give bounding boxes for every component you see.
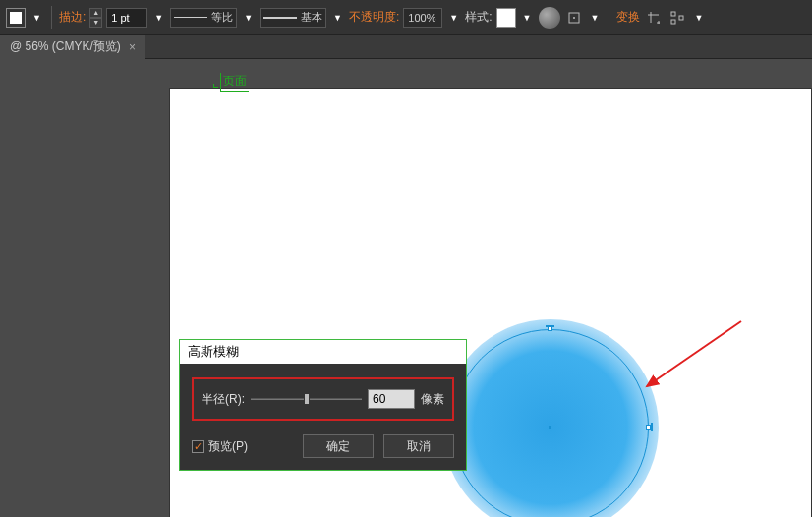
crop-icon[interactable] — [644, 8, 664, 28]
dialog-buttons: ✓ 预览(P) 确定 取消 — [192, 434, 454, 458]
page-corner-mark — [209, 83, 219, 92]
slider-thumb[interactable] — [304, 393, 310, 405]
dialog-title[interactable]: 高斯模糊 — [180, 340, 466, 364]
svg-rect-2 — [671, 12, 675, 16]
radius-control-row: 半径(R): 像素 — [192, 377, 454, 421]
gaussian-blur-dialog: 高斯模糊 半径(R): 像素 ✓ 预览(P) 确定 取消 — [179, 339, 467, 471]
dash-style-value: 等比 — [211, 10, 233, 25]
style-dropdown[interactable]: ▼ — [520, 13, 535, 23]
transform-label: 变换 — [616, 9, 640, 26]
brush-style-select[interactable]: 基本 — [260, 8, 326, 28]
tab-close-icon[interactable]: × — [129, 40, 136, 54]
stroke-label: 描边: — [59, 9, 86, 26]
top-toolbar: ▼ 描边: ▲▼ ▼ 等比 ▼ 基本 ▼ 不透明度: ▼ 样式: ▼ ▼ 变换 … — [0, 0, 812, 35]
selection-outline — [452, 329, 649, 517]
document-tab-bar: @ 56% (CMYK/预览) × — [0, 35, 812, 59]
preview-label: 预览(P) — [208, 438, 248, 455]
graphic-style-swatch[interactable] — [496, 8, 516, 28]
direction-handle — [546, 325, 554, 327]
radius-label: 半径(R): — [202, 391, 245, 408]
fill-dropdown[interactable]: ▼ — [29, 13, 44, 23]
radius-input[interactable] — [368, 389, 415, 409]
opacity-dropdown[interactable]: ▼ — [446, 13, 461, 23]
preview-checkbox[interactable]: ✓ — [192, 440, 204, 453]
svg-point-1 — [573, 17, 575, 19]
dash-style-select[interactable]: 等比 — [170, 8, 237, 28]
svg-rect-3 — [671, 20, 675, 24]
stroke-dropdown[interactable]: ▼ — [151, 13, 166, 23]
preview-checkbox-wrap[interactable]: ✓ 预览(P) — [192, 438, 248, 455]
stroke-width-input[interactable] — [106, 8, 147, 28]
stroke-stepper[interactable]: ▲▼ — [89, 8, 102, 28]
style-label: 样式: — [465, 9, 492, 26]
select-similar-icon[interactable] — [667, 8, 687, 28]
page-label: 页面 — [220, 73, 249, 92]
selection-center[interactable] — [549, 426, 551, 429]
recolor-icon[interactable] — [539, 7, 560, 29]
opacity-input[interactable] — [403, 8, 442, 28]
workspace: 页面 高斯模糊 半径(R): — [0, 59, 812, 517]
document-tab[interactable]: @ 56% (CMYK/预览) × — [0, 35, 145, 59]
svg-rect-4 — [679, 16, 683, 20]
radius-slider[interactable] — [251, 391, 362, 407]
fill-swatch[interactable] — [6, 8, 26, 28]
ok-button[interactable]: 确定 — [303, 434, 374, 458]
dialog-body: 半径(R): 像素 ✓ 预览(P) 确定 取消 — [180, 364, 466, 470]
align-icon[interactable] — [564, 8, 584, 28]
brush-dropdown[interactable]: ▼ — [330, 13, 345, 23]
select-dropdown[interactable]: ▼ — [691, 13, 706, 23]
cancel-button[interactable]: 取消 — [383, 434, 454, 458]
dash-dropdown[interactable]: ▼ — [241, 13, 256, 23]
selected-object[interactable] — [442, 319, 659, 517]
align-dropdown[interactable]: ▼ — [588, 13, 603, 23]
brush-style-value: 基本 — [301, 10, 322, 25]
tab-title: @ 56% (CMYK/预览) — [10, 38, 121, 55]
radius-unit: 像素 — [421, 391, 444, 408]
opacity-label: 不透明度: — [349, 9, 399, 26]
selection-anchor[interactable] — [548, 326, 552, 331]
direction-handle — [651, 423, 653, 431]
